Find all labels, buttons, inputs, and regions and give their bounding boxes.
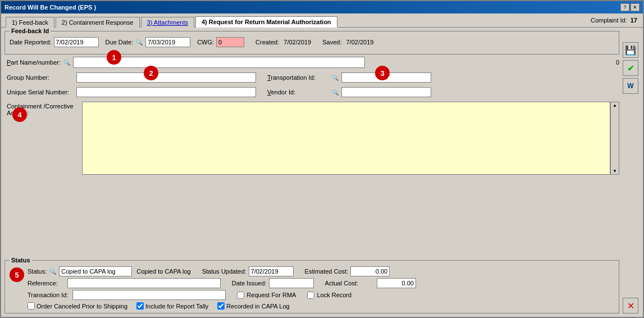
order-canceled-checkbox[interactable] <box>28 302 35 310</box>
part-count: 0 <box>616 59 619 66</box>
transportation-label: Transportation Id: <box>267 74 329 81</box>
unique-serial-label: Unique Serial Number: <box>7 89 74 96</box>
date-issued-input[interactable] <box>269 278 314 288</box>
unique-serial-input[interactable] <box>76 87 256 97</box>
date-issued-label: Date Issued: <box>232 280 267 287</box>
request-rma-label: Request For RMA <box>246 292 296 298</box>
containment-row: 4 Containment /CorrectiveActions: ▲ ▼ <box>7 102 619 253</box>
cancel-icon: ✕ <box>627 301 634 311</box>
status-text: Copied to CAPA log <box>136 268 190 275</box>
cwg-label: CWG: <box>197 39 214 46</box>
due-date-search-icon[interactable]: 🔍 <box>135 38 143 46</box>
save-icon: 💾 <box>625 45 636 56</box>
group-number-input[interactable] <box>76 72 256 83</box>
dates-row: Date Reported: Due Date: 🔍 CWG: Created:… <box>10 37 614 47</box>
main-window: Record Will Be Changed (EPS ) ? ✕ 1) Fee… <box>0 0 644 318</box>
complaint-label: Complaint Id: <box>591 17 627 24</box>
part-row: Part Name/number: 🔍 1 0 <box>7 57 619 68</box>
word-button[interactable]: W <box>623 78 638 94</box>
status-row-1: Status: 🔍 Copied to CAPA log Status Upda… <box>28 266 614 276</box>
order-canceled-item: Order Canceled Prior to Shipping <box>28 302 127 310</box>
created-label: Created: <box>255 39 279 46</box>
vendor-search-icon[interactable]: 🔍 <box>331 88 339 96</box>
complaint-value: 17 <box>631 17 637 24</box>
circle-5: 5 <box>10 267 24 282</box>
status-section: Status 5 Status: 🔍 Copied to CAPA log St… <box>4 260 619 314</box>
actual-cost-input[interactable] <box>377 278 416 288</box>
status-input[interactable] <box>59 266 132 276</box>
title-bar: Record Will Be Changed (EPS ) ? ✕ <box>1 1 643 13</box>
part-label: Part Name/number: <box>7 59 61 66</box>
left-panel: Feed-back Id Date Reported: Due Date: 🔍 … <box>4 31 619 314</box>
reference-label: Reference: <box>28 280 58 287</box>
recorded-capa-item: Recorded in CAPA Log <box>217 302 289 310</box>
due-date-label: Due Date: <box>106 39 134 46</box>
group-transport-row: Group Number: 2 Transportation Id: 🔍 3 <box>7 72 619 83</box>
include-report-item: Include for Report Tally <box>136 302 208 310</box>
check-button[interactable]: ✔ <box>623 60 638 76</box>
date-reported-label: Date Reported: <box>10 39 52 46</box>
checkbox-row: Order Canceled Prior to Shipping Include… <box>28 302 614 310</box>
due-date-input[interactable] <box>145 37 190 47</box>
circle-1: 1 <box>107 50 121 65</box>
scrollbar[interactable]: ▲ ▼ <box>610 102 619 175</box>
title-bar-buttons: ? ✕ <box>620 3 640 11</box>
cancel-button[interactable]: ✕ <box>623 298 638 314</box>
actual-cost-label: Actual Cost: <box>325 280 358 287</box>
recorded-capa-checkbox[interactable] <box>217 302 225 310</box>
status-updated-input[interactable] <box>249 266 294 276</box>
created-value: 7/02/2019 <box>284 39 311 46</box>
feedback-id-group: Feed-back Id Date Reported: Due Date: 🔍 … <box>4 31 619 54</box>
group-number-label: Group Number: <box>7 74 74 81</box>
status-updated-label: Status Updated: <box>202 268 246 275</box>
status-section-title: Status <box>10 257 32 264</box>
status-row-2: Reference: Date Issued: Actual Cost: <box>28 278 614 288</box>
window-title: Record Will Be Changed (EPS ) <box>4 4 96 11</box>
include-report-checkbox[interactable] <box>136 302 144 310</box>
transaction-label: Transaction Id: <box>28 292 68 298</box>
circle-2: 2 <box>144 66 158 80</box>
main-content: Feed-back Id Date Reported: Due Date: 🔍 … <box>1 28 643 317</box>
recorded-capa-label: Recorded in CAPA Log <box>226 303 289 310</box>
order-canceled-label: Order Canceled Prior to Shipping <box>36 303 127 310</box>
date-reported-input[interactable] <box>54 37 99 47</box>
circle-3: 3 <box>375 66 390 80</box>
reference-input[interactable] <box>67 278 221 288</box>
status-row-3: Transaction Id: Request For RMA Lock Rec… <box>28 290 614 300</box>
complaint-area: Complaint Id: 17 <box>591 17 637 24</box>
status-search-icon[interactable]: 🔍 <box>49 267 57 275</box>
feedback-id-title: Feed-back Id <box>10 28 51 34</box>
request-rma-checkbox[interactable] <box>237 292 244 299</box>
check-icon: ✔ <box>627 63 634 74</box>
vendor-label: Vendor Id: <box>267 89 329 96</box>
help-button[interactable]: ? <box>620 3 629 11</box>
circle-4: 4 <box>12 107 27 122</box>
transportation-search-icon[interactable]: 🔍 <box>331 74 339 81</box>
close-button[interactable]: ✕ <box>631 3 640 11</box>
estimated-cost-input[interactable] <box>350 266 390 276</box>
include-report-label: Include for Report Tally <box>145 303 208 310</box>
saved-label: Saved: <box>322 39 341 46</box>
word-icon: W <box>627 82 633 90</box>
cwg-input[interactable] <box>216 37 244 47</box>
lock-record-checkbox[interactable] <box>307 292 314 299</box>
right-panel: 💾 ✔ W ✕ <box>622 31 640 314</box>
lock-record-label: Lock Record <box>317 292 351 298</box>
tabs-bar: 1) Feed-back 2) Containment Response 3) … <box>1 13 643 28</box>
status-label: Status: <box>28 268 47 275</box>
save-button[interactable]: 💾 <box>623 42 638 58</box>
estimated-cost-label: Estimated Cost: <box>305 268 349 275</box>
transaction-input[interactable] <box>72 290 226 300</box>
tab-feedback[interactable]: 1) Feed-back <box>6 17 54 28</box>
serial-vendor-row: Unique Serial Number: Vendor Id: 🔍 <box>7 87 619 97</box>
tab-containment[interactable]: 2) Containment Response <box>56 17 140 28</box>
part-search-icon[interactable]: 🔍 <box>63 58 71 66</box>
containment-textarea[interactable] <box>82 102 610 175</box>
tab-attachments[interactable]: 3) Attachments <box>141 17 194 28</box>
tab-rma[interactable]: 4) Request for Return Material Authoriza… <box>195 16 337 28</box>
saved-value: 7/02/2019 <box>346 39 373 46</box>
vendor-input[interactable] <box>341 87 431 97</box>
